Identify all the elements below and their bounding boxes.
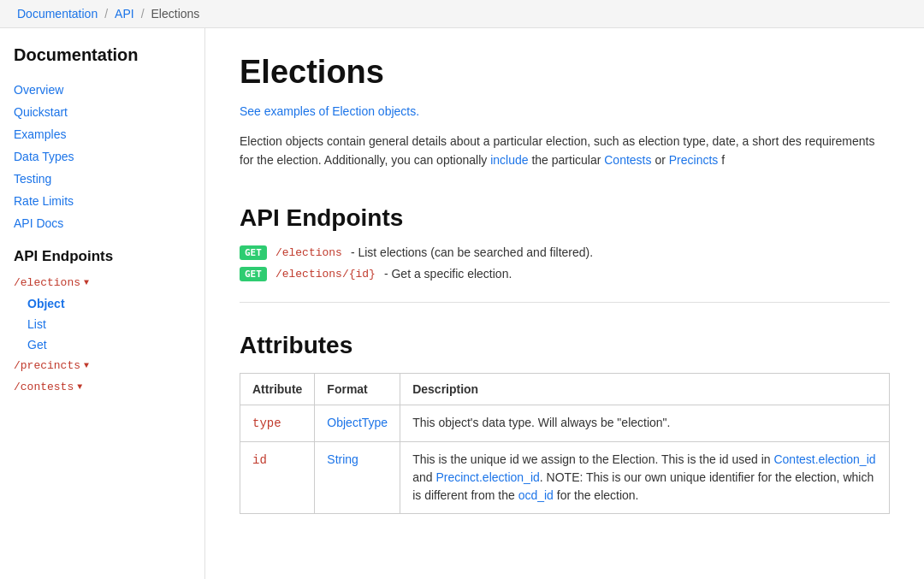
- ocd-id-link[interactable]: ocd_id: [518, 488, 554, 502]
- col-header-format: Format: [315, 373, 400, 405]
- col-header-description: Description: [400, 373, 890, 405]
- sidebar-item-testing[interactable]: Testing: [0, 168, 204, 190]
- endpoint-path-list: /elections: [275, 246, 342, 259]
- get-badge-list: GET: [240, 245, 267, 260]
- endpoint-row-get: GET /elections/{id} - Get a specific ele…: [240, 267, 890, 281]
- precincts-chevron-icon: ▼: [84, 361, 89, 370]
- sidebar-sub-elections-object[interactable]: Object: [0, 293, 204, 314]
- sidebar-sub-elections-list[interactable]: List: [0, 314, 204, 334]
- table-header-row: Attribute Format Description: [240, 373, 890, 405]
- attributes-title: Attributes: [240, 323, 890, 359]
- sidebar-item-rate-limits[interactable]: Rate Limits: [0, 190, 204, 212]
- description-text: Election objects contain general details…: [240, 132, 890, 170]
- endpoint-row-list: GET /elections - List elections (can be …: [240, 245, 890, 260]
- attr-type-name: type: [240, 405, 315, 441]
- sidebar-item-examples[interactable]: Examples: [0, 123, 204, 145]
- attr-type-desc: This object's data type. Will always be …: [400, 405, 890, 441]
- page-title: Elections: [240, 54, 890, 91]
- breadcrumb: Documentation / API / Elections: [0, 0, 924, 28]
- breadcrumb-sep-2: /: [141, 7, 145, 21]
- get-badge-get: GET: [240, 267, 267, 281]
- elections-path-label: /elections: [14, 276, 80, 289]
- section-divider: [240, 302, 890, 303]
- table-row: id String This is the unique id we assig…: [240, 441, 890, 513]
- attr-id-desc: This is the unique id we assign to the E…: [400, 441, 890, 513]
- api-endpoints-title: API Endpoints: [240, 196, 890, 232]
- endpoint-desc-list: - List elections (can be searched and fi…: [351, 245, 593, 259]
- breadcrumb-api[interactable]: API: [115, 7, 134, 21]
- see-examples-link[interactable]: See examples of Election objects.: [240, 104, 419, 118]
- sidebar-item-overview[interactable]: Overview: [0, 79, 204, 101]
- contests-link[interactable]: Contests: [604, 153, 651, 167]
- breadcrumb-sep-1: /: [104, 7, 108, 21]
- sidebar-endpoint-precincts[interactable]: /precincts ▼: [0, 355, 204, 376]
- include-link[interactable]: include: [490, 153, 528, 167]
- sidebar-item-api-docs[interactable]: API Docs: [0, 212, 204, 234]
- sidebar-title: Documentation: [0, 45, 204, 79]
- attr-id-name: id: [240, 441, 315, 513]
- contests-path-label: /contests: [14, 381, 74, 393]
- sidebar-api-endpoints-title: API Endpoints: [0, 234, 204, 272]
- contest-election-id-link[interactable]: Contest.election_id: [773, 452, 875, 466]
- endpoint-path-get: /elections/{id}: [275, 268, 376, 281]
- elections-chevron-icon: ▼: [84, 278, 89, 287]
- endpoint-desc-get: - Get a specific election.: [384, 267, 512, 281]
- precincts-link[interactable]: Precincts: [669, 153, 719, 167]
- col-header-attribute: Attribute: [240, 373, 315, 405]
- sidebar-item-data-types[interactable]: Data Types: [0, 145, 204, 168]
- table-row: type ObjectType This object's data type.…: [240, 405, 890, 441]
- precincts-path-label: /precincts: [14, 359, 80, 372]
- sidebar-endpoint-elections[interactable]: /elections ▼: [0, 272, 204, 293]
- sidebar: Documentation Overview Quickstart Exampl…: [0, 28, 205, 579]
- objecttype-link[interactable]: ObjectType: [327, 416, 388, 429]
- main-content: Elections See examples of Election objec…: [205, 28, 924, 579]
- contests-chevron-icon: ▼: [77, 382, 82, 392]
- attr-type-format: ObjectType: [315, 405, 400, 441]
- breadcrumb-current: Elections: [151, 7, 200, 21]
- string-link[interactable]: String: [327, 452, 358, 466]
- attr-id-format: String: [315, 441, 400, 513]
- precinct-election-id-link[interactable]: Precinct.election_id: [435, 470, 539, 484]
- sidebar-item-quickstart[interactable]: Quickstart: [0, 101, 204, 123]
- breadcrumb-documentation[interactable]: Documentation: [17, 7, 98, 21]
- sidebar-sub-elections-get[interactable]: Get: [0, 334, 204, 355]
- sidebar-endpoint-contests[interactable]: /contests ▼: [0, 376, 204, 398]
- attributes-table: Attribute Format Description type Object…: [240, 373, 890, 514]
- attributes-section: Attributes Attribute Format Description …: [240, 323, 890, 514]
